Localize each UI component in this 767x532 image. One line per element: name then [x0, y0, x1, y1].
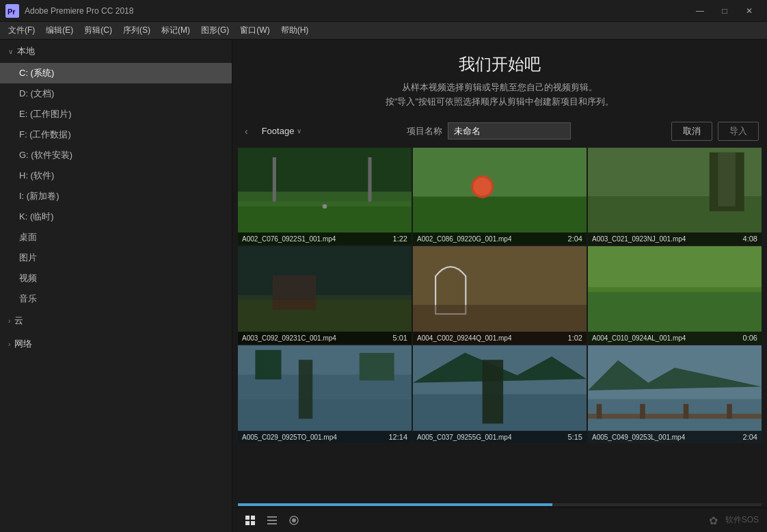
svg-rect-50 — [245, 516, 250, 520]
minimize-button[interactable]: — — [688, 0, 712, 22]
watermark-logo-icon: ✿ — [709, 514, 723, 527]
preview-view-button[interactable] — [284, 512, 304, 529]
scroll-progress — [238, 503, 552, 506]
list-view-icon — [267, 515, 278, 526]
video-item[interactable]: A002_C086_09220G_001.mp42:04 — [413, 148, 587, 245]
list-view-button[interactable] — [263, 512, 282, 529]
grid-view-button[interactable] — [241, 512, 260, 529]
video-duration: 0:06 — [743, 334, 757, 342]
menubar: 文件(F)编辑(E)剪辑(C)序列(S)标记(M)图形(G)窗口(W)帮助(H) — [0, 22, 767, 40]
video-filename: A002_C086_09220G_001.mp4 — [417, 235, 511, 243]
video-item[interactable]: A005_C029_0925TO_001.mp412:14 — [238, 345, 412, 443]
sidebar-items-container: C: (系统)D: (文档)E: (工作图片)F: (工作数据)G: (软件安装… — [0, 63, 232, 309]
network-label: 网络 — [14, 338, 32, 350]
folder-name: Footage — [262, 126, 295, 136]
video-filename: A004_C010_0924AL_001.mp4 — [592, 334, 686, 342]
video-item[interactable]: A002_C076_0922S1_001.mp41:22 — [238, 148, 412, 245]
local-label: 本地 — [17, 45, 35, 57]
svg-rect-52 — [245, 521, 250, 525]
sidebar-item[interactable]: E: (工作图片) — [0, 104, 232, 124]
menu-item-序列(S)[interactable]: 序列(S) — [118, 22, 156, 40]
sidebar-item[interactable]: H: (软件) — [0, 165, 232, 186]
video-filename: A003_C021_0923NJ_001.mp4 — [592, 235, 686, 243]
menu-item-剪辑(C)[interactable]: 剪辑(C) — [79, 22, 118, 40]
cloud-chevron-icon: › — [8, 317, 10, 325]
sidebar-item[interactable]: D: (文档) — [0, 83, 232, 104]
video-filename: A005_C049_09253L_001.mp4 — [592, 434, 685, 441]
cancel-button[interactable]: 取消 — [671, 122, 712, 141]
maximize-button[interactable]: □ — [712, 0, 737, 22]
window-controls: — □ ✕ — [688, 0, 762, 22]
cloud-label: 云 — [14, 315, 23, 327]
folder-breadcrumb[interactable]: Footage ∨ — [258, 123, 306, 139]
app-logo-icon: Pr — [5, 4, 19, 18]
cloud-section-header[interactable]: › 云 — [0, 309, 232, 332]
project-name-input[interactable] — [448, 122, 571, 139]
video-item[interactable]: A003_C021_0923NJ_001.mp44:08 — [588, 148, 762, 245]
menu-item-窗口(W)[interactable]: 窗口(W) — [234, 22, 275, 40]
svg-text:✿: ✿ — [709, 515, 718, 527]
video-grid: A002_C076_0922S1_001.mp41:22 A002_C086_0… — [232, 145, 767, 503]
svg-rect-55 — [267, 520, 277, 521]
close-button[interactable]: ✕ — [737, 0, 762, 22]
nav-back-button[interactable]: ‹ — [241, 123, 252, 139]
grid-view-icon — [245, 515, 256, 526]
video-duration: 4:08 — [743, 235, 757, 243]
sidebar-item[interactable]: 图片 — [0, 248, 232, 268]
menu-item-编辑(E)[interactable]: 编辑(E) — [40, 22, 79, 40]
preview-icon — [288, 515, 299, 526]
video-filename: A005_C037_09255G_001.mp4 — [417, 434, 511, 441]
video-filename: A004_C002_09244Q_001.mp4 — [417, 334, 511, 342]
menu-item-标记(M)[interactable]: 标记(M) — [156, 22, 196, 40]
project-name-area: 项目名称 — [311, 122, 666, 139]
sidebar-item[interactable]: G: (软件安装) — [0, 145, 232, 165]
video-duration: 5:15 — [568, 433, 582, 441]
sidebar-item[interactable]: K: (临时) — [0, 207, 232, 227]
scroll-indicator — [238, 503, 762, 506]
watermark: ✿ 软件SOS — [709, 514, 759, 527]
video-item[interactable]: A004_C002_09244Q_001.mp41:02 — [413, 246, 587, 344]
project-name-label: 项目名称 — [407, 125, 442, 137]
import-button[interactable]: 导入 — [718, 122, 759, 141]
local-section-header[interactable]: ∨ 本地 — [0, 40, 232, 63]
network-section-header[interactable]: › 网络 — [0, 332, 232, 356]
sidebar-item[interactable]: 视频 — [0, 268, 232, 289]
video-filename: A002_C076_0922S1_001.mp4 — [242, 235, 336, 243]
menu-item-图形(G)[interactable]: 图形(G) — [196, 22, 234, 40]
sidebar-item[interactable]: C: (系统) — [0, 63, 232, 83]
video-item[interactable]: A005_C049_09253L_001.mp42:04 — [588, 345, 762, 443]
welcome-header: 我们开始吧 从样本视频选择剪辑或导航至您自己的视频剪辑。 按"导入"按钮可依照选… — [232, 40, 767, 118]
video-duration: 2:04 — [568, 235, 582, 243]
svg-rect-53 — [251, 521, 255, 525]
watermark-text: 软件SOS — [725, 514, 759, 526]
video-duration: 1:02 — [568, 334, 582, 342]
welcome-desc-line2: 按"导入"按钮可依照选择顺序从剪辑中创建新项目和序列。 — [246, 95, 753, 109]
sidebar: ∨ 本地 C: (系统)D: (文档)E: (工作图片)F: (工作数据)G: … — [0, 40, 232, 532]
video-item[interactable]: A004_C010_0924AL_001.mp40:06 — [588, 246, 762, 344]
sidebar-item[interactable]: 桌面 — [0, 227, 232, 248]
svg-rect-56 — [267, 523, 277, 524]
network-chevron-icon: › — [8, 341, 10, 348]
sidebar-item[interactable]: I: (新加卷) — [0, 186, 232, 207]
welcome-title: 我们开始吧 — [246, 53, 753, 75]
local-chevron-icon: ∨ — [8, 48, 13, 55]
video-filename: A005_C029_0925TO_001.mp4 — [242, 434, 337, 441]
view-controls — [241, 512, 304, 529]
video-item[interactable]: A003_C092_09231C_001.mp45:01 — [238, 246, 412, 344]
menu-item-帮助(H)[interactable]: 帮助(H) — [275, 22, 314, 40]
video-duration: 5:01 — [393, 334, 407, 342]
svg-text:Pr: Pr — [8, 8, 16, 16]
sidebar-item[interactable]: F: (工作数据) — [0, 124, 232, 145]
titlebar: Pr Adobe Premiere Pro CC 2018 — □ ✕ — [0, 0, 767, 22]
welcome-description: 从样本视频选择剪辑或导航至您自己的视频剪辑。 按"导入"按钮可依照选择顺序从剪辑… — [246, 81, 753, 109]
menu-item-文件(F)[interactable]: 文件(F) — [3, 22, 40, 40]
breadcrumb-chevron-icon: ∨ — [297, 127, 301, 135]
video-duration: 1:22 — [393, 235, 407, 243]
main-layout: ∨ 本地 C: (系统)D: (文档)E: (工作图片)F: (工作数据)G: … — [0, 40, 767, 532]
video-duration: 2:04 — [743, 433, 757, 441]
sidebar-item[interactable]: 音乐 — [0, 289, 232, 309]
app-title: Adobe Premiere Pro CC 2018 — [25, 6, 688, 16]
bottom-toolbar: ✿ 软件SOS — [232, 507, 767, 532]
video-item[interactable]: A005_C037_09255G_001.mp45:15 — [413, 345, 587, 443]
content-toolbar: ‹ Footage ∨ 项目名称 取消 导入 — [232, 118, 767, 145]
